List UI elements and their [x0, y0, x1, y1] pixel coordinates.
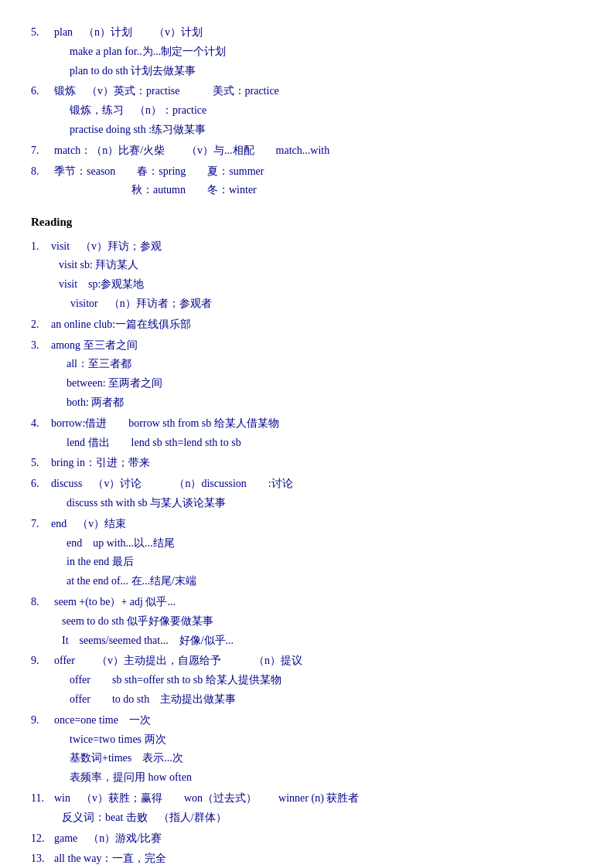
vocabulary-section: 5. plan （n）计划 （v）计划 make a plan for..为..…	[31, 23, 583, 868]
list-item: 4. borrow:借进 borrow sth from sb 给某人借某物 l…	[31, 414, 583, 453]
list-item: 5. plan （n）计划 （v）计划 make a plan for..为..…	[31, 23, 583, 80]
list-item: 7. end （v）结束 end up with...以...结尾 in the…	[31, 515, 583, 591]
list-item: 9. offer （v）主动提出，自愿给予 （n）提议 offer sb sth…	[31, 652, 583, 709]
list-item: 5. bring in：引进；带来	[31, 454, 583, 473]
list-item: 13. all the way：一直，完全 by the way： 顺便说 in…	[31, 849, 583, 868]
list-item: 12. game （n）游戏/比赛	[31, 829, 583, 849]
reading-title: Reading	[31, 213, 583, 233]
list-item: 11. win （v）获胜；赢得 won（过去式） winner (n) 获胜者…	[31, 789, 583, 828]
list-item: 6. 锻炼 （v）英式：practise 美式：practice 锻炼，练习 （…	[31, 82, 583, 139]
list-item: 7. match：（n）比赛/火柴 （v）与...相配 match...with	[31, 141, 583, 161]
list-item: 8. 季节：season 春：spring 夏：summer 秋：autumn …	[31, 162, 583, 201]
list-item: 2. an online club:一篇在线俱乐部	[31, 315, 583, 335]
list-item: 6. discuss （v）讨论 （n）discussion :讨论 discu…	[31, 475, 583, 513]
list-item: 3. among 至三者之间 all：至三者都 between: 至两者之间 b…	[31, 336, 583, 413]
list-item: 1. visit （v）拜访；参观 visit sb: 拜访某人 visit s…	[31, 237, 583, 314]
list-item: 9. once=one time 一次 twice=two times 两次 基…	[31, 711, 583, 788]
list-item: 8. seem +(to be）+ adj 似乎... seem to do s…	[31, 593, 583, 650]
